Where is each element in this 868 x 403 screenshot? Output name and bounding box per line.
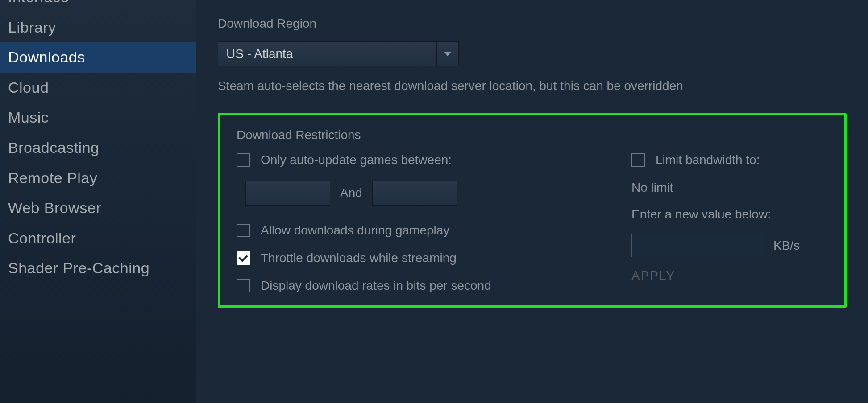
display-bits-label: Display download rates in bits per secon… — [261, 279, 491, 293]
sidebar-item-broadcasting[interactable]: Broadcasting — [0, 133, 196, 163]
apply-button[interactable]: APPLY — [631, 269, 675, 283]
download-restrictions-highlight: Download Restrictions Only auto-update g… — [218, 113, 847, 308]
allow-downloads-gameplay-label: Allow downloads during gameplay — [261, 223, 449, 238]
download-region-value: US - Atlanta — [218, 47, 436, 61]
download-region-help: Steam auto-selects the nearest download … — [218, 79, 847, 93]
and-label: And — [340, 186, 362, 200]
auto-update-between-checkbox[interactable] — [237, 153, 250, 167]
downloads-panel: Download Region US - Atlanta Steam auto-… — [196, 0, 868, 403]
auto-update-end-time[interactable] — [372, 181, 457, 206]
throttle-streaming-label: Throttle downloads while streaming — [261, 251, 457, 265]
bandwidth-enter-new: Enter a new value below: — [631, 207, 828, 222]
sidebar-item-downloads[interactable]: Downloads — [0, 42, 196, 73]
download-restrictions-title: Download Restrictions — [237, 128, 828, 142]
chevron-down-icon — [437, 52, 458, 56]
download-region-title: Download Region — [218, 16, 847, 31]
sidebar-item-interface[interactable]: Interface — [0, 0, 196, 12]
display-bits-checkbox[interactable] — [237, 279, 250, 292]
download-region-dropdown[interactable]: US - Atlanta — [218, 41, 459, 66]
auto-update-start-time[interactable] — [245, 181, 330, 206]
throttle-streaming-checkbox[interactable] — [237, 251, 250, 265]
sidebar-item-library[interactable]: Library — [0, 12, 196, 43]
settings-sidebar: Interface Library Downloads Cloud Music … — [0, 0, 196, 403]
allow-downloads-gameplay-checkbox[interactable] — [237, 224, 250, 237]
bandwidth-current-limit: No limit — [631, 181, 828, 195]
section-divider — [218, 0, 847, 0]
sidebar-item-web-browser[interactable]: Web Browser — [0, 193, 196, 223]
sidebar-item-shader-pre-caching[interactable]: Shader Pre-Caching — [0, 253, 196, 284]
limit-bandwidth-label: Limit bandwidth to: — [656, 153, 760, 167]
sidebar-item-cloud[interactable]: Cloud — [0, 73, 196, 103]
auto-update-between-label: Only auto-update games between: — [261, 153, 452, 167]
limit-bandwidth-checkbox[interactable] — [631, 153, 645, 167]
sidebar-item-controller[interactable]: Controller — [0, 223, 196, 254]
sidebar-item-remote-play[interactable]: Remote Play — [0, 163, 196, 193]
sidebar-item-music[interactable]: Music — [0, 103, 196, 133]
bandwidth-input[interactable] — [631, 234, 765, 257]
bandwidth-unit: KB/s — [773, 239, 800, 253]
